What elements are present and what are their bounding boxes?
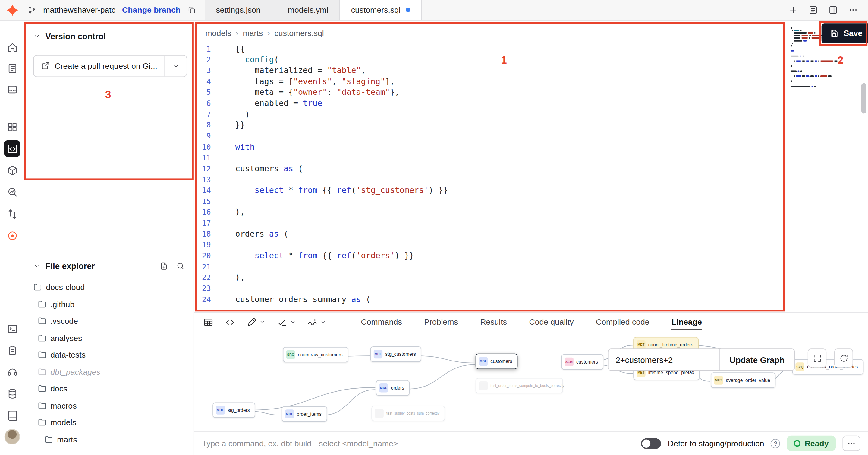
update-graph-button[interactable]: Update Graph bbox=[719, 348, 795, 371]
lineage-canvas[interactable]: SRCecom.raw_customersMDLstg_customersMDL… bbox=[194, 331, 868, 431]
avatar[interactable] bbox=[4, 429, 20, 445]
status-badge[interactable]: Ready bbox=[787, 436, 836, 451]
dbt-orange-icon[interactable] bbox=[4, 227, 21, 244]
docs-icon[interactable] bbox=[4, 407, 21, 423]
branch-name[interactable]: matthewshaver-patc bbox=[43, 5, 116, 14]
code-view-icon[interactable] bbox=[225, 317, 236, 328]
code-line[interactable]: 23 bbox=[194, 283, 789, 293]
defer-toggle[interactable] bbox=[641, 438, 661, 449]
split-panel-icon[interactable] bbox=[826, 3, 840, 17]
code-line[interactable]: 2 config( bbox=[194, 54, 789, 65]
code-line[interactable]: 6 enabled = true bbox=[194, 98, 789, 109]
compare-icon[interactable] bbox=[4, 205, 21, 222]
lineage-node-order-items[interactable]: MDLorder_items bbox=[282, 406, 327, 422]
file-tree-item-models[interactable]: models bbox=[24, 414, 194, 431]
panel-tab-results[interactable]: Results bbox=[480, 314, 507, 330]
lineage-node-average-order-value[interactable]: METaverage_order_value bbox=[711, 372, 776, 388]
file-tree-item-data-tests[interactable]: data-tests bbox=[24, 346, 194, 363]
code-line[interactable]: 15 bbox=[194, 196, 789, 206]
lineage-node-customers[interactable]: SEMcustomers bbox=[561, 354, 603, 370]
file-tree-item-dbt_packages[interactable]: dbt_packages bbox=[24, 363, 194, 380]
file-tree-item-analyses[interactable]: analyses bbox=[24, 330, 194, 346]
support-icon[interactable] bbox=[4, 364, 21, 380]
lineage-node-test-supply-costs-sum-correctly[interactable]: test_supply_costs_sum_correctly bbox=[371, 405, 445, 421]
lint-menu[interactable] bbox=[277, 317, 296, 328]
results-table-icon[interactable] bbox=[203, 317, 214, 328]
scrollbar-thumb[interactable] bbox=[861, 83, 867, 114]
code-line[interactable]: 14 select * from {{ ref('stg_customers')… bbox=[194, 184, 789, 196]
version-control-header[interactable]: Version control bbox=[24, 32, 194, 41]
tab-settings.json[interactable]: settings.json bbox=[205, 0, 272, 20]
apps-grid-icon[interactable] bbox=[4, 119, 21, 135]
file-tree-item-docs-cloud[interactable]: docs-cloud bbox=[24, 279, 194, 296]
create-pr-caret-button[interactable] bbox=[164, 56, 187, 77]
change-branch-link[interactable]: Change branch bbox=[122, 5, 181, 14]
terminal-icon[interactable] bbox=[4, 320, 21, 337]
more-options-button[interactable] bbox=[843, 436, 861, 451]
new-tab-icon[interactable] bbox=[786, 3, 801, 17]
notebook-list-icon[interactable] bbox=[806, 3, 820, 17]
code-line[interactable]: 21 bbox=[194, 261, 789, 272]
code-line[interactable]: 13 bbox=[194, 174, 789, 184]
code-line[interactable]: 24customer_orders_summary as ( bbox=[194, 293, 789, 305]
file-tree-item-docs[interactable]: docs bbox=[24, 380, 194, 397]
panel-tab-commands[interactable]: Commands bbox=[361, 314, 402, 330]
fix-menu[interactable] bbox=[307, 317, 327, 328]
breadcrumb-item[interactable]: customers.sql bbox=[274, 29, 324, 38]
build-menu[interactable] bbox=[246, 317, 266, 328]
query-insights-icon[interactable] bbox=[4, 183, 21, 200]
code-line[interactable]: 1{{ bbox=[194, 43, 789, 54]
code-line[interactable]: 8}} bbox=[194, 119, 789, 130]
lineage-node-stg-orders[interactable]: MDLstg_orders bbox=[213, 402, 255, 418]
code-line[interactable]: 19 bbox=[194, 239, 789, 250]
code-line[interactable]: 4 tags = ["events", "staging"], bbox=[194, 76, 789, 87]
lineage-node-stg-customers[interactable]: MDLstg_customers bbox=[370, 346, 421, 362]
clipboard-icon[interactable] bbox=[4, 342, 21, 359]
code-line[interactable]: 10with bbox=[194, 141, 789, 152]
file-tree-item-macros[interactable]: macros bbox=[24, 397, 194, 414]
ellipsis-icon[interactable] bbox=[846, 3, 861, 17]
tab-_models.yml[interactable]: _models.yml bbox=[272, 0, 340, 20]
lineage-node-orders[interactable]: MDLorders bbox=[376, 380, 410, 396]
lineage-node-ecom-raw-customers[interactable]: SRCecom.raw_customers bbox=[283, 347, 348, 362]
code-line[interactable]: 18orders as ( bbox=[194, 228, 789, 239]
copy-branch-icon[interactable] bbox=[187, 5, 196, 14]
code-editor[interactable]: models›marts›customers.sql 1{{2 config(3… bbox=[194, 21, 789, 312]
code-line[interactable]: 3 materialized = "table", bbox=[194, 65, 789, 76]
code-line[interactable]: 17 bbox=[194, 217, 789, 228]
breadcrumb-item[interactable]: models bbox=[205, 29, 231, 38]
storage-icon[interactable] bbox=[4, 81, 21, 97]
code-line[interactable]: 12customers as ( bbox=[194, 163, 789, 174]
panel-tab-problems[interactable]: Problems bbox=[424, 314, 458, 330]
help-icon[interactable]: ? bbox=[771, 439, 780, 448]
package-icon[interactable] bbox=[4, 162, 21, 178]
file-explorer-header[interactable]: File explorer bbox=[24, 261, 194, 271]
code-line[interactable]: 11 bbox=[194, 152, 789, 163]
tab-customers.sql[interactable]: customers.sql bbox=[340, 0, 422, 20]
command-input[interactable]: Type a command, ex. dbt build --select <… bbox=[202, 439, 634, 448]
file-tree-item-.github[interactable]: .github bbox=[24, 296, 194, 313]
code-line[interactable]: 7 ) bbox=[194, 109, 789, 119]
search-files-icon[interactable] bbox=[176, 261, 185, 270]
lineage-node-customers[interactable]: MDLcustomers bbox=[475, 353, 518, 369]
lineage-node-test-order-items-compute-to-bools-correctly[interactable]: test_order_items_compute_to_bools_correc… bbox=[475, 378, 563, 394]
database-icon[interactable] bbox=[4, 385, 21, 402]
code-line[interactable]: 9 bbox=[194, 130, 789, 141]
file-tree-item-.vscode[interactable]: .vscode bbox=[24, 313, 194, 330]
lineage-selector-input[interactable] bbox=[608, 348, 720, 371]
code-editor-icon[interactable] bbox=[4, 140, 21, 157]
notebook-icon[interactable] bbox=[4, 60, 21, 76]
save-button[interactable]: Save bbox=[822, 23, 868, 43]
refresh-button[interactable] bbox=[834, 348, 853, 367]
code-line[interactable]: 16), bbox=[194, 206, 789, 217]
home-icon[interactable] bbox=[4, 39, 21, 56]
code-line[interactable]: 20 select * from {{ ref('orders') }} bbox=[194, 250, 789, 261]
file-tree-item-marts[interactable]: marts bbox=[24, 431, 194, 448]
create-pr-button[interactable]: Create a pull request on Gi... bbox=[34, 56, 164, 77]
code-line[interactable]: 5 meta = {"owner": "data-team"}, bbox=[194, 87, 789, 98]
dbt-logo-icon[interactable] bbox=[0, 0, 24, 20]
panel-tab-lineage[interactable]: Lineage bbox=[672, 314, 702, 330]
panel-tab-compiled-code[interactable]: Compiled code bbox=[596, 314, 650, 330]
breadcrumb-item[interactable]: marts bbox=[243, 29, 263, 38]
fullscreen-button[interactable] bbox=[808, 348, 827, 367]
